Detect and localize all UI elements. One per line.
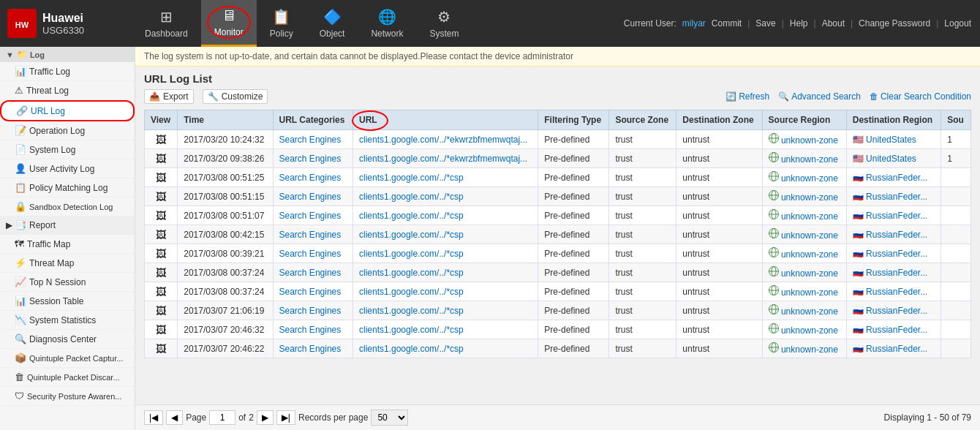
sidebar-item-threat-log[interactable]: ⚠ Threat Log	[0, 81, 135, 100]
cell-src-region[interactable]: unknown-zone	[762, 206, 846, 225]
cell-dst-region[interactable]: 🇷🇺 RussianFeder...	[846, 244, 941, 263]
cell-url[interactable]: clients1.google.com/../*csp	[353, 263, 538, 282]
sidebar-group-log[interactable]: ▼ 📁 Log	[0, 47, 135, 62]
cell-dst-region[interactable]: 🇷🇺 RussianFeder...	[846, 187, 941, 206]
cell-category[interactable]: Search Engines	[273, 206, 353, 225]
page-input[interactable]	[209, 410, 235, 425]
last-page-button[interactable]: ▶|	[276, 410, 295, 425]
first-page-button[interactable]: |◀	[144, 410, 163, 425]
cell-category[interactable]: Search Engines	[273, 301, 353, 320]
cell-src-region[interactable]: unknown-zone	[762, 225, 846, 244]
customize-button[interactable]: 🔧 Customize	[203, 89, 268, 104]
cell-category[interactable]: Search Engines	[273, 339, 353, 358]
cell-url[interactable]: clients1.google.com/../*csp	[353, 225, 538, 244]
sidebar-item-traffic-log[interactable]: 📊 Traffic Log	[0, 62, 135, 81]
cell-dst-region[interactable]: 🇷🇺 RussianFeder...	[846, 206, 941, 225]
cell-category[interactable]: Search Engines	[273, 320, 353, 339]
cell-url[interactable]: clients1.google.com/../*csp	[353, 206, 538, 225]
cell-view[interactable]: 🖼	[145, 149, 178, 168]
cell-src-region[interactable]: unknown-zone	[762, 244, 846, 263]
advanced-search-link[interactable]: 🔍 Advanced Search	[778, 91, 861, 102]
cell-category[interactable]: Search Engines	[273, 130, 353, 149]
cell-dst-region[interactable]: 🇺🇸 UnitedStates	[846, 149, 941, 168]
cell-url[interactable]: clients1.google.com/../*csp	[353, 187, 538, 206]
cell-dst-region[interactable]: 🇷🇺 RussianFeder...	[846, 168, 941, 187]
cell-dst-region[interactable]: 🇺🇸 UnitedStates	[846, 130, 941, 149]
cell-src-region[interactable]: unknown-zone	[762, 320, 846, 339]
cell-src-region[interactable]: unknown-zone	[762, 168, 846, 187]
cell-src-region[interactable]: unknown-zone	[762, 339, 846, 358]
cell-url[interactable]: clients1.google.com/../*csp	[353, 244, 538, 263]
sidebar-item-url-log[interactable]: 🔗 URL Log	[0, 100, 135, 121]
cell-view[interactable]: 🖼	[145, 282, 178, 301]
sidebar-item-policy-matching-log[interactable]: 📋 Policy Matching Log	[0, 178, 135, 197]
cell-view[interactable]: 🖼	[145, 225, 178, 244]
nav-system[interactable]: ⚙ System	[416, 0, 472, 47]
cell-src-region[interactable]: unknown-zone	[762, 282, 846, 301]
nav-object[interactable]: 🔷 Object	[306, 0, 358, 47]
sidebar-item-operation-log[interactable]: 📝 Operation Log	[0, 121, 135, 140]
sidebar-item-session-table[interactable]: 📊 Session Table	[0, 292, 135, 311]
cell-view[interactable]: 🖼	[145, 339, 178, 358]
refresh-link[interactable]: 🔄 Refresh	[725, 91, 769, 102]
cell-category[interactable]: Search Engines	[273, 168, 353, 187]
cell-dst-region[interactable]: 🇷🇺 RussianFeder...	[846, 339, 941, 358]
cell-view[interactable]: 🖼	[145, 130, 178, 149]
cell-view[interactable]: 🖼	[145, 301, 178, 320]
cell-category[interactable]: Search Engines	[273, 149, 353, 168]
sidebar-item-sandbox-log[interactable]: 🔒 Sandbox Detection Log	[0, 197, 135, 216]
clear-search-link[interactable]: 🗑 Clear Search Condition	[870, 91, 971, 102]
cell-src-region[interactable]: unknown-zone	[762, 130, 846, 149]
sidebar-item-top-n[interactable]: 📈 Top N Session	[0, 273, 135, 292]
help-link[interactable]: Help	[790, 18, 808, 29]
cell-view[interactable]: 🖼	[145, 187, 178, 206]
cell-view[interactable]: 🖼	[145, 320, 178, 339]
cell-url[interactable]: clients1.google.com/../*ekwrzbfmemwqtaj.…	[353, 149, 538, 168]
cell-url[interactable]: clients1.google.com/../*csp	[353, 339, 538, 358]
cell-url[interactable]: clients1.google.com/../*ekwrzbfmemwqtaj.…	[353, 130, 538, 149]
cell-src-region[interactable]: unknown-zone	[762, 263, 846, 282]
sidebar-item-security-posture[interactable]: 🛡 Security Posture Awaren...	[0, 387, 135, 406]
export-button[interactable]: 📤 Export	[144, 89, 194, 104]
next-page-button[interactable]: ▶	[257, 410, 274, 425]
cell-dst-region[interactable]: 🇷🇺 RussianFeder...	[846, 263, 941, 282]
cell-view[interactable]: 🖼	[145, 168, 178, 187]
sidebar-group-report[interactable]: ▶ 📑 Report	[0, 216, 135, 235]
cell-src-region[interactable]: unknown-zone	[762, 187, 846, 206]
about-link[interactable]: About	[822, 18, 845, 29]
cell-category[interactable]: Search Engines	[273, 225, 353, 244]
sidebar-item-user-activity-log[interactable]: 👤 User Activity Log	[0, 159, 135, 178]
save-link[interactable]: Save	[755, 18, 775, 29]
nav-dashboard[interactable]: ⊞ Dashboard	[132, 0, 201, 47]
cell-category[interactable]: Search Engines	[273, 263, 353, 282]
cell-dst-region[interactable]: 🇷🇺 RussianFeder...	[846, 282, 941, 301]
cell-category[interactable]: Search Engines	[273, 187, 353, 206]
cell-dst-region[interactable]: 🇷🇺 RussianFeder...	[846, 320, 941, 339]
cell-view[interactable]: 🖼	[145, 244, 178, 263]
cell-src-region[interactable]: unknown-zone	[762, 149, 846, 168]
cell-category[interactable]: Search Engines	[273, 282, 353, 301]
prev-page-button[interactable]: ◀	[166, 410, 183, 425]
cell-view[interactable]: 🖼	[145, 206, 178, 225]
nav-network[interactable]: 🌐 Network	[358, 0, 416, 47]
cell-url[interactable]: clients1.google.com/../*csp	[353, 282, 538, 301]
cell-dst-region[interactable]: 🇷🇺 RussianFeder...	[846, 225, 941, 244]
sidebar-item-packet-discard[interactable]: 🗑 Quintuple Packet Discar...	[0, 368, 135, 387]
cell-src-region[interactable]: unknown-zone	[762, 301, 846, 320]
cell-url[interactable]: clients1.google.com/../*csp	[353, 320, 538, 339]
cell-view[interactable]: 🖼	[145, 263, 178, 282]
nav-monitor[interactable]: 🖥 Monitor	[201, 0, 257, 47]
cell-dst-region[interactable]: 🇷🇺 RussianFeder...	[846, 301, 941, 320]
commit-link[interactable]: Commit	[712, 18, 742, 29]
cell-url[interactable]: clients1.google.com/../*csp	[353, 168, 538, 187]
cell-category[interactable]: Search Engines	[273, 244, 353, 263]
sidebar-item-threat-map[interactable]: ⚡ Threat Map	[0, 254, 135, 273]
sidebar-item-system-log[interactable]: 📄 System Log	[0, 140, 135, 159]
sidebar-item-system-stats[interactable]: 📉 System Statistics	[0, 311, 135, 330]
logout-link[interactable]: Logout	[944, 18, 971, 29]
nav-policy[interactable]: 📋 Policy	[257, 0, 306, 47]
cell-url[interactable]: clients1.google.com/../*csp	[353, 301, 538, 320]
change-password-link[interactable]: Change Password	[859, 18, 930, 29]
records-per-page-select[interactable]: 50 100 200	[371, 410, 408, 426]
sidebar-item-packet-capture[interactable]: 📦 Quintuple Packet Captur...	[0, 349, 135, 368]
